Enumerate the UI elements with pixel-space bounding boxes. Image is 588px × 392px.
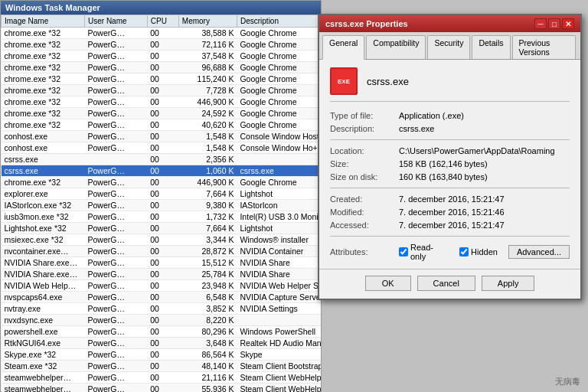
table-row[interactable]: conhost.exePowerG…001,548 KConsole Windo…: [2, 142, 321, 154]
tab-security[interactable]: Security: [427, 35, 470, 59]
tab-general[interactable]: General: [322, 35, 364, 60]
created-row: Created: 7. december 2016, 15:21:47: [330, 194, 570, 204]
table-row[interactable]: steamwebhelper…PowerG…0021,116 KSteam Cl…: [2, 372, 321, 384]
table-row[interactable]: chrome.exe *32PowerG…0040,620 KGoogle Ch…: [2, 119, 321, 131]
location-row: Location: C:\Users\PowerGamer\AppData\Ro…: [330, 146, 570, 155]
attributes-label: Attributes:: [330, 247, 399, 256]
location-label: Location:: [330, 146, 399, 155]
desc-row: Description: csrss.exe: [330, 124, 570, 133]
task-manager-window: Windows Task Manager Image Name User Nam…: [0, 0, 322, 392]
accessed-label: Accessed:: [330, 220, 399, 230]
table-row[interactable]: chrome.exe *32PowerG…0038,588 KGoogle Ch…: [2, 28, 321, 39]
file-header: EXE csrss.exe: [330, 67, 570, 102]
hidden-label: Hidden: [471, 247, 498, 256]
table-row[interactable]: RtkNGUI64.exePowerG…003,648 KRealtek HD …: [2, 338, 321, 349]
table-row[interactable]: IAStorIcon.exe *32PowerG…009,380 KIAStor…: [2, 200, 321, 211]
taskmanager-title: Windows Task Manager: [5, 3, 100, 12]
size-disk-row: Size on disk: 160 KB (163,840 bytes): [330, 172, 570, 181]
file-location-table: Location: C:\Users\PowerGamer\AppData\Ro…: [330, 146, 570, 181]
table-row[interactable]: chrome.exe *32PowerG…0037,548 KGoogle Ch…: [2, 51, 321, 62]
dialog-title: csrss.exe Properties: [325, 19, 408, 28]
properties-dialog: csrss.exe Properties ─ □ ✕ General Compa…: [318, 14, 582, 300]
dialog-titlebar: csrss.exe Properties ─ □ ✕: [319, 15, 580, 32]
table-row[interactable]: nvxdsync.exePowerG…008,220 K: [2, 315, 321, 326]
table-row[interactable]: iusb3mon.exe *32PowerG…001,732 KIntel(R)…: [2, 211, 321, 223]
hidden-checkbox-label[interactable]: Hidden: [459, 247, 498, 256]
maximize-button[interactable]: □: [548, 18, 560, 29]
modified-row: Modified: 7. december 2016, 15:21:46: [330, 207, 570, 217]
watermark: 无病毒: [555, 376, 580, 387]
table-row[interactable]: csrss.exe002,356 K: [2, 154, 321, 165]
modified-value: 7. december 2016, 15:21:46: [399, 207, 505, 217]
tab-details[interactable]: Details: [472, 35, 510, 59]
col-memory: Memory: [178, 15, 237, 28]
modified-label: Modified:: [330, 207, 399, 217]
table-row[interactable]: NVIDIA Web Help…PowerG…0023,948 KNVIDIA …: [2, 280, 321, 292]
created-label: Created:: [330, 194, 399, 204]
divider-1: [330, 139, 570, 140]
table-row[interactable]: csrss.exePowerG…001,060 Kcsrss.exe: [2, 165, 321, 177]
table-row[interactable]: chrome.exe *32PowerG…007,728 KGoogle Chr…: [2, 85, 321, 96]
minimize-button[interactable]: ─: [534, 18, 547, 29]
table-row[interactable]: steamwebhelper…PowerG…0055,936 KSteam Cl…: [2, 384, 321, 393]
table-row[interactable]: nvcontainer.exe…PowerG…0028,872 KNVIDIA …: [2, 246, 321, 257]
table-row[interactable]: NVIDIA Share.exe…PowerG…0015,512 KNVIDIA…: [2, 257, 321, 269]
accessed-value: 7. december 2016, 15:21:47: [399, 220, 505, 230]
file-icon-text: EXE: [338, 78, 350, 85]
location-value: C:\Users\PowerGamer\AppData\Roaming: [399, 146, 555, 155]
titlebar-buttons: ─ □ ✕: [534, 18, 574, 29]
process-table: Image Name User Name CPU Memory Descript…: [1, 15, 321, 392]
table-row[interactable]: chrome.exe *32PowerG…00115,240 KGoogle C…: [2, 74, 321, 85]
readonly-label: Read-only: [410, 243, 449, 261]
ok-button[interactable]: OK: [365, 276, 411, 291]
file-info-table: Type of file: Application (.exe) Descrip…: [330, 111, 570, 133]
type-value: Application (.exe): [399, 111, 464, 120]
table-row[interactable]: conhost.exePowerG…001,548 KConsole Windo…: [2, 131, 321, 142]
size-value: 158 KB (162,146 bytes): [399, 159, 488, 168]
type-label: Type of file:: [330, 111, 399, 120]
table-row[interactable]: Steam.exe *32PowerG…0048,140 KSteam Clie…: [2, 361, 321, 372]
table-row[interactable]: nvspcaps64.exePowerG…006,548 KNVIDIA Cap…: [2, 292, 321, 303]
tab-compatibility[interactable]: Compatibility: [366, 35, 426, 59]
file-icon: EXE: [330, 67, 358, 95]
taskmanager-titlebar: Windows Task Manager: [1, 1, 321, 15]
col-cpu: CPU: [147, 15, 178, 28]
table-row[interactable]: explorer.exePowerG…007,664 KLightshot: [2, 188, 321, 200]
readonly-checkbox[interactable]: [399, 247, 408, 256]
divider-3: [330, 236, 570, 237]
attributes-row: Attributes: Read-only Hidden Advanced...: [330, 243, 570, 261]
table-row[interactable]: chrome.exe *32PowerG…0024,592 KGoogle Ch…: [2, 108, 321, 119]
file-dates-table: Created: 7. december 2016, 15:21:47 Modi…: [330, 194, 570, 230]
advanced-button[interactable]: Advanced...: [508, 245, 570, 259]
apply-button[interactable]: Apply: [482, 276, 535, 291]
table-row[interactable]: Skype.exe *32PowerG…0086,564 KSkype: [2, 349, 321, 361]
size-row: Size: 158 KB (162,146 bytes): [330, 159, 570, 168]
table-row[interactable]: Lightshot.exe *32PowerG…007,664 KLightsh…: [2, 223, 321, 234]
table-row[interactable]: NVIDIA Share.exe…PowerG…0025,784 KNVIDIA…: [2, 269, 321, 280]
accessed-row: Accessed: 7. december 2016, 15:21:47: [330, 220, 570, 230]
size-disk-value: 160 KB (163,840 bytes): [399, 172, 488, 181]
divider-2: [330, 188, 570, 188]
col-username: User Name: [85, 15, 148, 28]
hidden-checkbox[interactable]: [459, 247, 469, 256]
file-name: csrss.exe: [367, 76, 409, 87]
size-disk-label: Size on disk:: [330, 172, 399, 181]
table-row[interactable]: powershell.exePowerG…0080,296 KWindows P…: [2, 326, 321, 338]
desc-label: Description:: [330, 124, 399, 133]
col-image-name: Image Name: [2, 15, 85, 28]
type-row: Type of file: Application (.exe): [330, 111, 570, 120]
table-row[interactable]: chrome.exe *32PowerG…0072,116 KGoogle Ch…: [2, 39, 321, 51]
tab-previous-versions[interactable]: Previous Versions: [512, 35, 576, 59]
cancel-button[interactable]: Cancel: [417, 276, 475, 291]
table-row[interactable]: chrome.exe *32PowerG…0096,688 KGoogle Ch…: [2, 62, 321, 74]
close-button[interactable]: ✕: [562, 18, 574, 29]
table-row[interactable]: nvtray.exePowerG…003,852 KNVIDIA Setting…: [2, 303, 321, 315]
table-row[interactable]: chrome.exe *32PowerG…00446,900 KGoogle C…: [2, 96, 321, 108]
table-row[interactable]: msiexec.exe *32PowerG…003,344 KWindows® …: [2, 234, 321, 246]
readonly-checkbox-label[interactable]: Read-only: [399, 243, 449, 261]
created-value: 7. december 2016, 15:21:47: [399, 194, 505, 204]
dialog-tabs: General Compatibility Security Details P…: [319, 32, 580, 60]
table-row[interactable]: chrome.exe *32PowerG…00446,900 KGoogle C…: [2, 177, 321, 188]
col-desc: Description: [237, 15, 320, 28]
size-label: Size:: [330, 159, 399, 168]
